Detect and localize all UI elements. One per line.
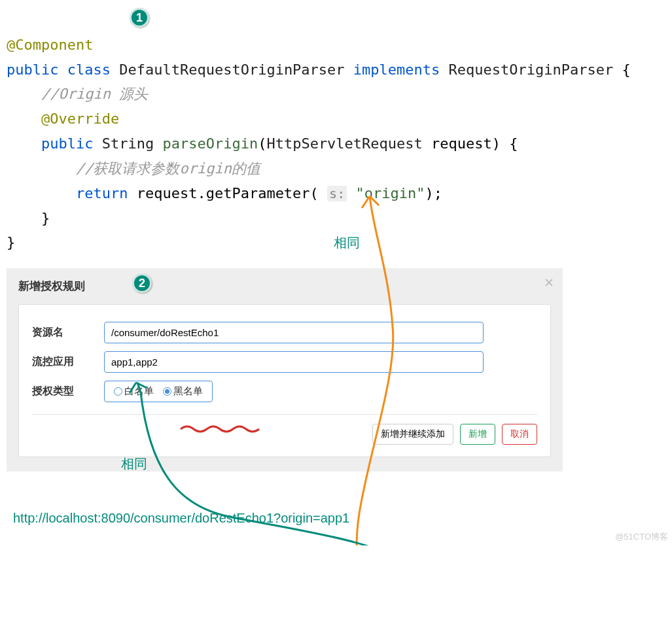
brace-open: { xyxy=(622,61,630,78)
label-app: 流控应用 xyxy=(32,355,104,369)
label-type: 授权类型 xyxy=(32,385,104,398)
kw-class: class xyxy=(67,61,111,78)
param-hint: s: xyxy=(327,186,347,201)
auth-rule-dialog: 2 × 新增授权规则 资源名 流控应用 授权类型 白名单 黑名单 xyxy=(7,268,563,472)
kw-public2: public xyxy=(41,135,93,152)
input-app[interactable] xyxy=(104,351,484,373)
url-text: http://localhost:8090/consumer/doRestEch… xyxy=(13,511,665,526)
radio-whitelist[interactable]: 白名单 xyxy=(114,385,154,398)
btn-add[interactable]: 新增 xyxy=(460,424,495,445)
dialog-title: 新增授权规则 xyxy=(18,279,551,294)
radio-blacklist-label: 黑名单 xyxy=(173,385,203,398)
kw-implements: implements xyxy=(353,61,440,78)
input-resource[interactable] xyxy=(104,322,484,343)
badge-1: 1 xyxy=(130,8,149,27)
comment-origin: //Origin 源头 xyxy=(41,86,148,102)
string-origin: "origin" xyxy=(355,185,425,201)
iface-name: RequestOriginParser xyxy=(449,61,614,78)
radio-icon-checked xyxy=(163,387,171,396)
radio-group-auth-type: 白名单 黑名单 xyxy=(104,381,213,402)
kw-return: return xyxy=(76,185,128,201)
dialog-footer: 新增并继续添加 新增 取消 xyxy=(32,414,537,445)
method-name: parseOrigin xyxy=(162,135,258,152)
annotation-same-1: 相同 xyxy=(334,234,360,252)
watermark: @51CTO博客 xyxy=(615,531,668,543)
btn-add-continue[interactable]: 新增并继续添加 xyxy=(372,424,453,445)
annotation-same-2: 相同 xyxy=(121,455,147,473)
param-type: HttpServletRequest xyxy=(266,135,422,152)
annotation-override: @Override xyxy=(41,111,119,127)
ret-type: String xyxy=(102,135,154,152)
row-resource: 资源名 xyxy=(32,322,537,343)
btn-cancel[interactable]: 取消 xyxy=(502,424,537,445)
code-block: @Component public class DefaultRequestOr… xyxy=(7,8,665,255)
call-tail: ); xyxy=(425,185,442,201)
radio-blacklist[interactable]: 黑名单 xyxy=(163,385,203,398)
radio-whitelist-label: 白名单 xyxy=(124,385,154,398)
comment-get: //获取请求参数origin的值 xyxy=(76,160,260,177)
kw-public: public xyxy=(7,61,58,78)
label-resource: 资源名 xyxy=(32,326,104,339)
param-name: request xyxy=(431,135,492,152)
close-icon[interactable]: × xyxy=(544,273,554,292)
call-expr: request.getParameter( xyxy=(137,185,319,201)
radio-icon xyxy=(114,387,122,396)
dialog-panel: 资源名 流控应用 授权类型 白名单 黑名单 新增并继续添加 新增 取 xyxy=(18,304,551,457)
annotation-component: @Component xyxy=(7,37,93,53)
class-name: DefaultRequestOriginParser xyxy=(119,61,344,78)
row-app: 流控应用 xyxy=(32,351,537,373)
row-type: 授权类型 白名单 黑名单 xyxy=(32,381,537,402)
